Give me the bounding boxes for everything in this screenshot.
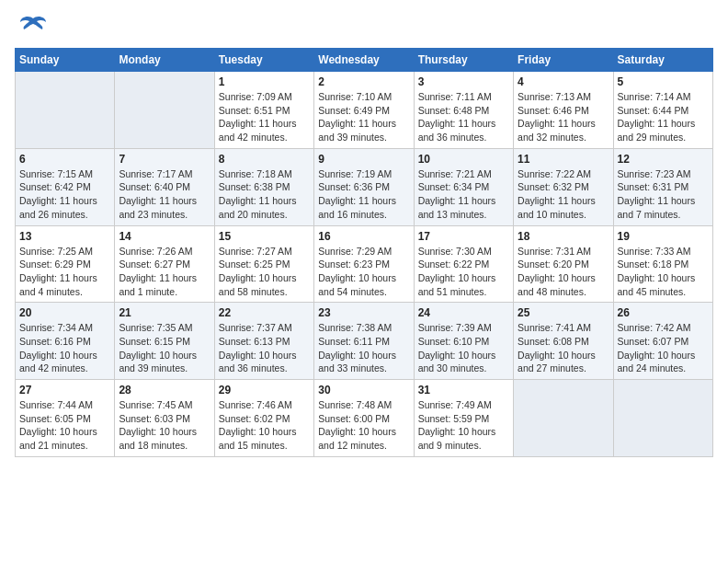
calendar-cell xyxy=(613,380,712,457)
calendar-cell: 16Sunrise: 7:29 AM Sunset: 6:23 PM Dayli… xyxy=(314,225,414,303)
calendar-cell: 18Sunrise: 7:31 AM Sunset: 6:20 PM Dayli… xyxy=(514,225,613,303)
day-info: Sunrise: 7:26 AM Sunset: 6:27 PM Dayligh… xyxy=(119,245,210,299)
calendar-cell xyxy=(115,72,214,149)
day-info: Sunrise: 7:27 AM Sunset: 6:25 PM Dayligh… xyxy=(219,245,310,299)
calendar-cell: 10Sunrise: 7:21 AM Sunset: 6:34 PM Dayli… xyxy=(414,148,513,225)
day-info: Sunrise: 7:14 AM Sunset: 6:44 PM Dayligh… xyxy=(618,90,709,144)
calendar-cell: 12Sunrise: 7:23 AM Sunset: 6:31 PM Dayli… xyxy=(613,148,712,225)
calendar-cell: 22Sunrise: 7:37 AM Sunset: 6:13 PM Dayli… xyxy=(214,303,313,380)
calendar-cell: 20Sunrise: 7:34 AM Sunset: 6:16 PM Dayli… xyxy=(16,303,115,380)
calendar-cell: 28Sunrise: 7:45 AM Sunset: 6:03 PM Dayli… xyxy=(115,380,214,457)
day-info: Sunrise: 7:09 AM Sunset: 6:51 PM Dayligh… xyxy=(219,90,310,144)
calendar-cell: 24Sunrise: 7:39 AM Sunset: 6:10 PM Dayli… xyxy=(414,303,513,380)
day-info: Sunrise: 7:41 AM Sunset: 6:08 PM Dayligh… xyxy=(518,321,609,375)
calendar-cell: 9Sunrise: 7:19 AM Sunset: 6:36 PM Daylig… xyxy=(314,148,414,225)
day-number: 6 xyxy=(19,153,110,166)
day-info: Sunrise: 7:11 AM Sunset: 6:48 PM Dayligh… xyxy=(418,90,509,144)
week-row-2: 6Sunrise: 7:15 AM Sunset: 6:42 PM Daylig… xyxy=(16,148,713,225)
calendar-cell: 15Sunrise: 7:27 AM Sunset: 6:25 PM Dayli… xyxy=(214,225,313,303)
day-info: Sunrise: 7:29 AM Sunset: 6:23 PM Dayligh… xyxy=(318,245,409,299)
calendar-cell: 25Sunrise: 7:41 AM Sunset: 6:08 PM Dayli… xyxy=(514,303,613,380)
calendar-cell: 5Sunrise: 7:14 AM Sunset: 6:44 PM Daylig… xyxy=(613,72,712,149)
day-number: 13 xyxy=(19,230,110,243)
day-info: Sunrise: 7:31 AM Sunset: 6:20 PM Dayligh… xyxy=(518,245,609,299)
day-number: 1 xyxy=(219,75,310,88)
day-number: 2 xyxy=(318,75,409,88)
day-info: Sunrise: 7:48 AM Sunset: 6:00 PM Dayligh… xyxy=(318,398,409,453)
day-number: 23 xyxy=(318,306,409,319)
day-info: Sunrise: 7:44 AM Sunset: 6:05 PM Dayligh… xyxy=(19,398,110,453)
day-number: 9 xyxy=(318,153,409,166)
day-info: Sunrise: 7:25 AM Sunset: 6:29 PM Dayligh… xyxy=(19,245,110,299)
day-info: Sunrise: 7:38 AM Sunset: 6:11 PM Dayligh… xyxy=(318,321,409,375)
calendar-cell: 26Sunrise: 7:42 AM Sunset: 6:07 PM Dayli… xyxy=(613,303,712,380)
day-number: 17 xyxy=(418,230,509,243)
day-number: 8 xyxy=(219,153,310,166)
calendar-cell: 2Sunrise: 7:10 AM Sunset: 6:49 PM Daylig… xyxy=(314,72,414,149)
day-number: 4 xyxy=(518,75,609,88)
day-info: Sunrise: 7:15 AM Sunset: 6:42 PM Dayligh… xyxy=(19,167,110,222)
day-number: 3 xyxy=(418,75,509,88)
day-number: 14 xyxy=(119,230,210,243)
day-info: Sunrise: 7:19 AM Sunset: 6:36 PM Dayligh… xyxy=(318,167,409,222)
calendar-cell: 3Sunrise: 7:11 AM Sunset: 6:48 PM Daylig… xyxy=(414,72,513,149)
day-info: Sunrise: 7:23 AM Sunset: 6:31 PM Dayligh… xyxy=(618,167,709,222)
day-info: Sunrise: 7:30 AM Sunset: 6:22 PM Dayligh… xyxy=(418,245,509,299)
day-info: Sunrise: 7:39 AM Sunset: 6:10 PM Dayligh… xyxy=(418,321,509,375)
week-row-4: 20Sunrise: 7:34 AM Sunset: 6:16 PM Dayli… xyxy=(16,303,713,380)
calendar-cell: 6Sunrise: 7:15 AM Sunset: 6:42 PM Daylig… xyxy=(16,148,115,225)
day-number: 16 xyxy=(318,230,409,243)
day-number: 31 xyxy=(418,384,509,396)
day-number: 18 xyxy=(518,230,609,243)
day-number: 21 xyxy=(119,306,210,319)
day-number: 5 xyxy=(618,75,709,88)
weekday-header-sunday: Sunday xyxy=(16,49,115,72)
calendar-cell: 17Sunrise: 7:30 AM Sunset: 6:22 PM Dayli… xyxy=(414,225,513,303)
calendar-cell: 21Sunrise: 7:35 AM Sunset: 6:15 PM Dayli… xyxy=(115,303,214,380)
week-row-1: 1Sunrise: 7:09 AM Sunset: 6:51 PM Daylig… xyxy=(16,72,713,149)
calendar-cell: 31Sunrise: 7:49 AM Sunset: 5:59 PM Dayli… xyxy=(414,380,513,457)
day-info: Sunrise: 7:17 AM Sunset: 6:40 PM Dayligh… xyxy=(119,167,210,222)
logo xyxy=(15,15,48,40)
day-number: 27 xyxy=(19,384,110,396)
calendar-cell: 11Sunrise: 7:22 AM Sunset: 6:32 PM Dayli… xyxy=(514,148,613,225)
calendar-cell xyxy=(16,72,115,149)
day-info: Sunrise: 7:46 AM Sunset: 6:02 PM Dayligh… xyxy=(219,398,310,453)
calendar-cell: 13Sunrise: 7:25 AM Sunset: 6:29 PM Dayli… xyxy=(16,225,115,303)
day-info: Sunrise: 7:35 AM Sunset: 6:15 PM Dayligh… xyxy=(119,321,210,375)
calendar-cell: 14Sunrise: 7:26 AM Sunset: 6:27 PM Dayli… xyxy=(115,225,214,303)
calendar-cell: 1Sunrise: 7:09 AM Sunset: 6:51 PM Daylig… xyxy=(214,72,313,149)
calendar-cell: 30Sunrise: 7:48 AM Sunset: 6:00 PM Dayli… xyxy=(314,380,414,457)
day-number: 28 xyxy=(119,384,210,396)
day-info: Sunrise: 7:22 AM Sunset: 6:32 PM Dayligh… xyxy=(518,167,609,222)
calendar-cell: 23Sunrise: 7:38 AM Sunset: 6:11 PM Dayli… xyxy=(314,303,414,380)
calendar-cell: 4Sunrise: 7:13 AM Sunset: 6:46 PM Daylig… xyxy=(514,72,613,149)
calendar-cell: 19Sunrise: 7:33 AM Sunset: 6:18 PM Dayli… xyxy=(613,225,712,303)
day-number: 24 xyxy=(418,306,509,319)
calendar: SundayMondayTuesdayWednesdayThursdayFrid… xyxy=(15,48,713,457)
calendar-cell: 29Sunrise: 7:46 AM Sunset: 6:02 PM Dayli… xyxy=(214,380,313,457)
day-info: Sunrise: 7:42 AM Sunset: 6:07 PM Dayligh… xyxy=(618,321,709,375)
day-number: 26 xyxy=(618,306,709,319)
day-info: Sunrise: 7:18 AM Sunset: 6:38 PM Dayligh… xyxy=(219,167,310,222)
day-info: Sunrise: 7:13 AM Sunset: 6:46 PM Dayligh… xyxy=(518,90,609,144)
calendar-cell: 27Sunrise: 7:44 AM Sunset: 6:05 PM Dayli… xyxy=(16,380,115,457)
weekday-header-row: SundayMondayTuesdayWednesdayThursdayFrid… xyxy=(16,49,713,72)
calendar-cell xyxy=(514,380,613,457)
day-number: 10 xyxy=(418,153,509,166)
day-number: 15 xyxy=(219,230,310,243)
calendar-cell: 8Sunrise: 7:18 AM Sunset: 6:38 PM Daylig… xyxy=(214,148,313,225)
day-number: 19 xyxy=(618,230,709,243)
day-info: Sunrise: 7:34 AM Sunset: 6:16 PM Dayligh… xyxy=(19,321,110,375)
day-info: Sunrise: 7:21 AM Sunset: 6:34 PM Dayligh… xyxy=(418,167,509,222)
day-number: 12 xyxy=(618,153,709,166)
weekday-header-wednesday: Wednesday xyxy=(314,49,414,72)
day-number: 11 xyxy=(518,153,609,166)
week-row-3: 13Sunrise: 7:25 AM Sunset: 6:29 PM Dayli… xyxy=(16,225,713,303)
day-info: Sunrise: 7:49 AM Sunset: 5:59 PM Dayligh… xyxy=(418,398,509,453)
weekday-header-thursday: Thursday xyxy=(414,49,513,72)
header xyxy=(15,15,713,40)
weekday-header-monday: Monday xyxy=(115,49,214,72)
weekday-header-saturday: Saturday xyxy=(613,49,712,72)
day-number: 29 xyxy=(219,384,310,396)
